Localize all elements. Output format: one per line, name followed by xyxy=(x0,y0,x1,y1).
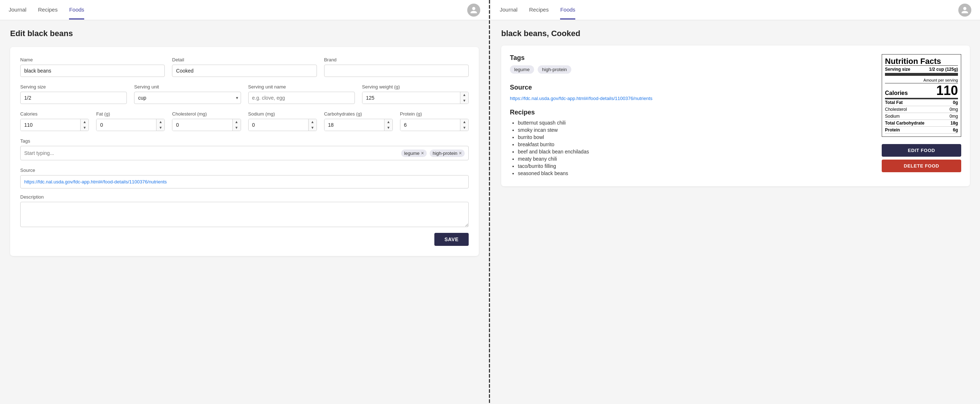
nav-foods-left[interactable]: Foods xyxy=(69,1,84,19)
brand-input[interactable] xyxy=(324,65,469,77)
source-section-title: Source xyxy=(510,84,867,91)
calories-value-nf: 110 xyxy=(936,84,958,97)
nf-row-sodium: Sodium 0mg xyxy=(885,113,958,120)
serving-size-input[interactable] xyxy=(20,92,127,104)
tag-badge-high-protein: high-protein xyxy=(538,65,571,74)
tags-section: Tags legume high-protein xyxy=(510,54,867,76)
sodium-label: Sodium (mg) xyxy=(248,111,317,117)
calories-row-nf: Calories 110 xyxy=(885,83,958,99)
sodium-input[interactable] xyxy=(248,119,308,131)
spin-up-serving-weight[interactable]: ▲ xyxy=(460,92,468,98)
serving-unit-label: Serving unit xyxy=(134,84,241,90)
tags-group: Tags legume × high-protein × xyxy=(20,138,469,160)
calories-label: Calories xyxy=(20,111,89,117)
serving-weight-input[interactable] xyxy=(363,92,460,104)
spin-down-protein[interactable]: ▼ xyxy=(460,125,468,131)
edit-food-button[interactable]: EDIT FOOD xyxy=(882,144,961,157)
nf-value-total-fat: 0g xyxy=(953,100,958,105)
calories-input[interactable] xyxy=(21,119,80,131)
list-item: butternut squash chili xyxy=(518,120,867,126)
protein-group: Protein (g) ▲ ▼ xyxy=(400,111,469,131)
tag-chip-high-protein: high-protein × xyxy=(430,149,465,157)
cholesterol-label: Cholesterol (mg) xyxy=(172,111,241,117)
protein-spinners: ▲ ▼ xyxy=(460,119,468,131)
tag-chip-legume-remove[interactable]: × xyxy=(421,151,424,155)
serving-unit-select[interactable]: cup tbsp tsp oz g ml xyxy=(134,92,241,104)
form-row-3: Calories ▲ ▼ Fat (g) ▲ xyxy=(20,111,469,131)
avatar-right[interactable] xyxy=(958,3,971,17)
sodium-group: Sodium (mg) ▲ ▼ xyxy=(248,111,317,131)
page-title-left: Edit black beans xyxy=(10,29,479,38)
spin-down-sodium[interactable]: ▼ xyxy=(309,125,317,131)
tag-chip-high-protein-remove[interactable]: × xyxy=(459,151,462,155)
detail-group: Detail xyxy=(172,57,317,77)
list-item: taco/burrito filling xyxy=(518,163,867,169)
source-input[interactable] xyxy=(20,175,469,189)
spin-up-carbohydrates[interactable]: ▲ xyxy=(385,119,393,125)
protein-input[interactable] xyxy=(400,119,460,131)
serving-unit-select-wrapper: cup tbsp tsp oz g ml ▾ xyxy=(134,92,241,104)
food-detail-card: Tags legume high-protein Source https://… xyxy=(501,46,970,186)
recipes-section: Recipes butternut squash chili smoky inc… xyxy=(510,109,867,176)
source-link[interactable]: https://fdc.nal.usda.gov/fdc-app.html#/f… xyxy=(510,96,652,101)
spin-up-fat[interactable]: ▲ xyxy=(156,119,164,125)
amount-per-serving: Amount per serving xyxy=(885,77,958,83)
sodium-wrapper: ▲ ▼ xyxy=(248,119,317,131)
fat-input[interactable] xyxy=(97,119,156,131)
cholesterol-input[interactable] xyxy=(172,119,232,131)
nf-label-protein: Protein xyxy=(885,127,900,133)
serving-weight-spinners: ▲ ▼ xyxy=(460,92,468,104)
form-row-1: Name Detail Brand xyxy=(20,57,469,77)
spin-down-carbohydrates[interactable]: ▼ xyxy=(385,125,393,131)
fat-wrapper: ▲ ▼ xyxy=(96,119,165,131)
source-label: Source xyxy=(20,168,469,173)
name-label: Name xyxy=(20,57,165,62)
serving-unit-name-label: Serving unit name xyxy=(248,84,355,90)
serving-size-label: Serving size xyxy=(20,84,127,90)
delete-food-button[interactable]: DELETE FOOD xyxy=(882,160,961,172)
spin-up-calories[interactable]: ▲ xyxy=(81,119,89,125)
calories-spinners: ▲ ▼ xyxy=(80,119,89,131)
spin-down-fat[interactable]: ▼ xyxy=(156,125,164,131)
tags-section-title: Tags xyxy=(510,54,867,62)
name-input[interactable] xyxy=(20,65,165,77)
spin-down-calories[interactable]: ▼ xyxy=(81,125,89,131)
description-textarea[interactable] xyxy=(20,202,469,227)
spin-up-cholesterol[interactable]: ▲ xyxy=(233,119,241,125)
spin-down-serving-weight[interactable]: ▼ xyxy=(460,98,468,104)
spin-down-cholesterol[interactable]: ▼ xyxy=(233,125,241,131)
nav-recipes-left[interactable]: Recipes xyxy=(38,1,57,19)
nf-label-total-fat: Total Fat xyxy=(885,100,903,105)
serving-unit-group: Serving unit cup tbsp tsp oz g ml ▾ xyxy=(134,84,241,104)
save-button[interactable]: SAVE xyxy=(434,233,469,246)
nutrition-actions-column: Nutrition Facts Serving size 1/2 cup (12… xyxy=(882,54,961,177)
nav-foods-right[interactable]: Foods xyxy=(560,1,575,19)
serving-weight-label: Serving weight (g) xyxy=(362,84,469,90)
nav-recipes-right[interactable]: Recipes xyxy=(529,1,549,19)
source-section: Source https://fdc.nal.usda.gov/fdc-app.… xyxy=(510,84,867,101)
spin-up-sodium[interactable]: ▲ xyxy=(309,119,317,125)
nav-journal-right[interactable]: Journal xyxy=(500,1,517,19)
serving-size-group: Serving size xyxy=(20,84,127,104)
serving-size-label-nf: Serving size xyxy=(885,67,910,72)
serving-size-value-nf: 1/2 cup (125g) xyxy=(929,67,958,72)
brand-group: Brand xyxy=(324,57,469,77)
spin-up-protein[interactable]: ▲ xyxy=(460,119,468,125)
fat-group: Fat (g) ▲ ▼ xyxy=(96,111,165,131)
nutrition-serving-row: Serving size 1/2 cup (125g) xyxy=(885,65,958,76)
carbohydrates-group: Carbohydrates (g) ▲ ▼ xyxy=(324,111,393,131)
detail-input[interactable] xyxy=(172,65,317,77)
nf-label-cholesterol: Cholesterol xyxy=(885,107,907,112)
list-item: smoky incan stew xyxy=(518,127,867,133)
recipes-section-title: Recipes xyxy=(510,109,867,116)
nav-journal-left[interactable]: Journal xyxy=(9,1,26,19)
tags-label: Tags xyxy=(20,138,469,144)
tags-input-area[interactable]: legume × high-protein × xyxy=(20,146,469,160)
description-label: Description xyxy=(20,194,469,200)
avatar-left[interactable] xyxy=(467,3,480,17)
nf-value-cholesterol: 0mg xyxy=(950,107,958,112)
tags-input[interactable] xyxy=(24,150,398,156)
carbohydrates-input[interactable] xyxy=(325,119,384,131)
serving-unit-name-input[interactable] xyxy=(248,92,355,104)
nf-label-carbohydrate: Total Carbohydrate xyxy=(885,120,924,126)
